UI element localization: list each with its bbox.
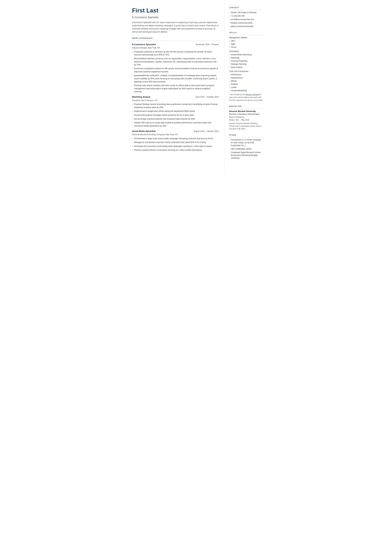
bullet-item: Prepared findings reports illustrating d… xyxy=(132,103,219,109)
contact-item: Denver, OH (Open to Remote) xyxy=(229,11,263,14)
bullet-item: Merchandised websites' products such as … xyxy=(132,57,219,66)
contact-title: CONTACT xyxy=(229,6,263,10)
other-item: Volunteered in a 3-month campaign for fo… xyxy=(229,138,263,147)
skill-item: JIRA xyxy=(229,40,263,42)
education-section: EDUCATION Resume Worded University Bache… xyxy=(229,105,263,130)
name-section: First Last E-Commerce Specialist Ecommer… xyxy=(132,6,219,34)
skills-list-1: Social Media Advertising Marketing Finan… xyxy=(229,53,263,69)
job-dates-2: June 2013 – October 2015 xyxy=(195,96,219,98)
edu-awards: Awards: Resume Worded Teaching Fellow (o… xyxy=(229,122,263,130)
skill-item: Marketing xyxy=(229,56,263,59)
job-dates-3: August 2010 – January 2013 xyxy=(194,130,219,133)
contact-item: github.com/resumeworded xyxy=(229,25,263,28)
education-title: EDUCATION xyxy=(229,105,263,109)
left-column: First Last E-Commerce Specialist Ecommer… xyxy=(125,0,224,174)
job-header-2: Marketing Analyst June 2013 – October 20… xyxy=(132,95,219,98)
contact-item: linkedin.com/in/username xyxy=(229,21,263,24)
other-title: OTHER xyxy=(229,134,263,138)
job-bullets-2: Prepared findings reports illustrating d… xyxy=(132,103,219,127)
skill-item: Metrilo xyxy=(229,80,263,83)
bullet-item: Constructed program strategies which pro… xyxy=(132,114,219,117)
skills-note: • Don't forget to use Resume Worded to s… xyxy=(229,93,263,102)
job-title-1: E-Commerce Specialist xyxy=(132,43,156,46)
skill-item: Data Analysis xyxy=(229,66,263,69)
bullet-item: Developed 35 successful social-media ret… xyxy=(132,145,219,148)
job-title-3: Social Media Specialist xyxy=(132,130,156,133)
bullet-item: Orchestrated a large-scale social-media … xyxy=(132,137,219,140)
skills-section: SKILLS Management Utilities: JIRA Agile … xyxy=(229,31,263,102)
bullet-item: Oversaw paid search activities with thei… xyxy=(132,84,219,93)
bullet-item: Implemented a budget plan shrink saving … xyxy=(132,110,219,113)
other-item: ABC Certification (2022) xyxy=(229,147,263,150)
edu-location-date: Boston, MA — May 2018 xyxy=(229,119,263,121)
skill-item: Agile xyxy=(229,43,263,45)
other-item: Completed Digital Business School Ecomme… xyxy=(229,151,263,160)
skills-category-0: Management Utilities: xyxy=(229,36,263,39)
skill-item: Financial Reporting xyxy=(229,60,263,62)
bullet-item: Utilized VBA macros to create daily mark… xyxy=(132,121,219,127)
contact-list: Denver, OH (Open to Remote) +1-234-456-7… xyxy=(229,11,263,28)
skill-item: RetentionGrid xyxy=(229,77,263,79)
contact-section: CONTACT Denver, OH (Open to Remote) +1-2… xyxy=(229,6,263,28)
job-title-2: Marketing Analyst xyxy=(132,95,150,98)
skills-category-2: Tools and Frameworks: xyxy=(229,70,263,73)
skill-item: HubSpotMarketing xyxy=(229,89,263,92)
bullet-item: Set-up foreign business partners that in… xyxy=(132,118,219,120)
work-experience-title: WORK EXPERIENCE xyxy=(132,37,219,41)
resume-page: First Last E-Commerce Specialist Ecommer… xyxy=(125,0,267,174)
candidate-subtitle: E-Commerce Specialist xyxy=(132,15,219,19)
candidate-summary: Ecommerce Specialist with 10+ years' exp… xyxy=(132,21,219,34)
work-experience-section: WORK EXPERIENCE E-Commerce Specialist No… xyxy=(132,37,219,152)
skill-item: Scrum xyxy=(229,46,263,49)
contact-item: +1-234-456-789 xyxy=(229,14,263,17)
job-company-2: Growthsi, San Francisco, CA xyxy=(132,99,219,102)
skills-list-2: KISSmetrics RetentionGrid Metrilo Market… xyxy=(229,73,263,92)
skills-list-0: JIRA Agile Scrum xyxy=(229,40,263,49)
skills-category-1: Techniques: xyxy=(229,50,263,53)
edu-school: Resume Worded University xyxy=(229,110,263,113)
other-list: Volunteered in a 3-month campaign for fo… xyxy=(229,138,263,160)
skill-item: Strategic Planning xyxy=(229,63,263,66)
edu-major: Major in Marketing xyxy=(229,116,263,119)
resume-worded-link[interactable]: Resume Worded xyxy=(246,93,259,95)
job-header-3: Social Media Specialist August 2010 – Ja… xyxy=(132,130,219,133)
skill-item: Marketo xyxy=(229,83,263,86)
bullet-item: Performed competitive analysis to offer … xyxy=(132,67,219,73)
candidate-name: First Last xyxy=(132,6,219,15)
other-section: OTHER Volunteered in a 3-month campaign … xyxy=(229,134,263,160)
skills-title: SKILLS xyxy=(229,31,263,35)
job-header-1: E-Commerce Specialist November 2015 – Pr… xyxy=(132,43,219,46)
job-company-3: Resume Worded's Exciting Company, New Yo… xyxy=(132,133,219,136)
right-column: CONTACT Denver, OH (Open to Remote) +1-2… xyxy=(224,0,267,174)
job-company-1: Resume Worded, New York, NY xyxy=(132,46,219,49)
skill-item: Social Media Advertising xyxy=(229,53,263,56)
job-dates-1: November 2015 – Present xyxy=(196,43,219,46)
edu-degree: Bachelor of Business Administration xyxy=(229,113,263,116)
contact-item: email@resumeworded.com xyxy=(229,18,263,21)
skill-item: Looker xyxy=(229,86,263,89)
bullet-item: Managed & coordinated corporate charity … xyxy=(132,141,219,144)
bullet-item: Contacted customers & set them up into t… xyxy=(132,50,219,56)
bullet-item: Spearheaded the verification, analysis, … xyxy=(132,74,219,83)
skill-item: KISSmetrics xyxy=(229,73,263,76)
job-bullets-3: Orchestrated a large-scale social-media … xyxy=(132,137,219,152)
bullet-item: Pitched & placed clients in local press … xyxy=(132,149,219,152)
job-bullets-1: Contacted customers & set them up into t… xyxy=(132,50,219,93)
